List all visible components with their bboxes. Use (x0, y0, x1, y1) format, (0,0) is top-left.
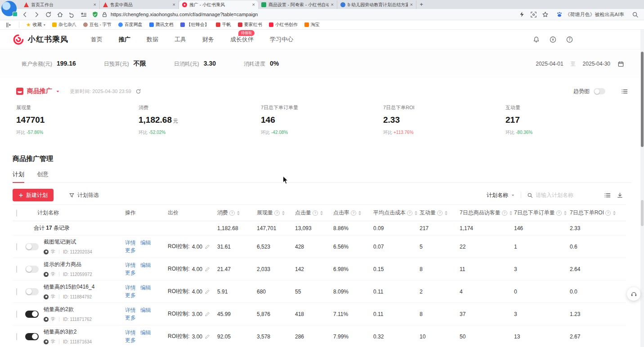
plan-edit-link[interactable]: 编辑 (140, 329, 151, 336)
edit-bid-icon[interactable] (205, 244, 210, 249)
column-header[interactable]: 平均点击成本? (373, 209, 416, 217)
help-icon[interactable]: ? (437, 210, 443, 216)
plan-edit-link[interactable]: 编辑 (140, 240, 151, 246)
row-checkbox[interactable] (16, 243, 17, 250)
balance-yen-icon[interactable]: ¥ (550, 36, 556, 43)
page-scrollbar[interactable] (640, 30, 644, 347)
help-icon[interactable]: ? (351, 210, 356, 216)
sort-icon[interactable] (237, 211, 240, 215)
plan-more-link[interactable]: 更多 (125, 292, 136, 298)
date-end[interactable]: 2025-04-30 (583, 61, 610, 67)
promo-section-title[interactable]: 商品推广 (27, 87, 52, 95)
bookmark-item[interactable]: 要家红书 (238, 22, 262, 28)
bookmark-item[interactable]: 腾讯文档 (149, 22, 174, 28)
sort-icon[interactable] (613, 211, 616, 215)
bookmark-item[interactable]: 豆包 - 字节 (83, 22, 112, 28)
date-start[interactable]: 2025-04-01 (536, 61, 563, 67)
column-header[interactable]: 7日总下单订单量? (514, 209, 566, 217)
bookmark-item[interactable]: 【狂蜂会】 (180, 22, 209, 28)
column-header[interactable]: 7日总下单ROI? (570, 209, 626, 217)
plan-edit-link[interactable]: 编辑 (140, 285, 151, 291)
url-text[interactable]: https://chengfeng.xiaohongshu.com/cf/ad/… (111, 12, 258, 17)
extension-bolt-icon[interactable] (519, 11, 525, 18)
plan-toggle[interactable] (25, 288, 39, 295)
tab-计划[interactable]: 计划 (13, 170, 24, 182)
bookmark-item[interactable]: 淘宝 (304, 22, 320, 28)
tab-close-icon[interactable]: × (331, 2, 334, 7)
sort-icon[interactable] (282, 211, 285, 215)
customer-service-button[interactable] (627, 287, 640, 301)
plan-search-box[interactable] (527, 192, 598, 198)
bookmark-item[interactable]: ★收藏▾ (26, 22, 45, 28)
bookmark-item[interactable]: 杂七杂八 (52, 22, 76, 28)
tab-close-icon[interactable]: × (94, 2, 96, 7)
plan-detail-link[interactable]: 详情 (125, 285, 136, 291)
bookmark-item[interactable]: 小红书创作 (269, 22, 298, 28)
address-bar[interactable]: https://chengfeng.xiaohongshu.com/cf/ad/… (92, 11, 514, 18)
history-icon[interactable] (68, 11, 75, 18)
plan-more-link[interactable]: 更多 (125, 247, 136, 254)
column-header[interactable]: 互动量? (420, 209, 456, 217)
search-type-dropdown[interactable]: 计划名称 (487, 191, 515, 199)
nav-item-首页[interactable]: 首页 (91, 36, 103, 44)
edit-bid-icon[interactable] (205, 267, 210, 272)
nav-item-工具[interactable]: 工具 (174, 36, 186, 44)
help-icon[interactable]: ? (274, 210, 280, 216)
row-checkbox[interactable] (16, 266, 17, 273)
notification-bell-icon[interactable] (533, 36, 540, 43)
column-header[interactable]: 点击量? (295, 209, 330, 217)
hot-search-chip[interactable]: 《荷塘月色》被检出高AI率 (556, 11, 624, 18)
plan-toggle[interactable] (25, 266, 39, 273)
help-icon[interactable]: ? (407, 210, 412, 216)
tab-close-icon[interactable]: × (410, 2, 413, 7)
favorites-icon[interactable] (80, 11, 87, 18)
sort-icon[interactable] (320, 211, 323, 215)
sort-icon[interactable] (415, 211, 417, 215)
browser-tab[interactable]: b 幼儿园劳动教育计划总结方案…× (337, 0, 416, 9)
date-range-picker[interactable]: 2025-04-01 至 2025-04-30 (536, 61, 624, 67)
plan-detail-link[interactable]: 详情 (125, 240, 136, 246)
plan-more-link[interactable]: 更多 (125, 270, 136, 276)
help-icon[interactable]: ? (556, 210, 562, 216)
nav-item-财务[interactable]: 财务 (202, 36, 214, 44)
column-header[interactable]: 展现量? (257, 209, 291, 217)
column-header[interactable]: 7日总商品访客量? (460, 209, 510, 217)
nav-item-数据[interactable]: 数据 (147, 36, 158, 44)
page-scrollbar-thumb[interactable] (641, 52, 644, 147)
plan-search-input[interactable] (536, 192, 592, 198)
table-scrollbar-thumb[interactable] (641, 200, 644, 226)
back-icon[interactable] (22, 11, 28, 18)
calendar-icon[interactable] (617, 61, 624, 67)
bookmark-star-icon[interactable] (542, 11, 549, 18)
help-icon[interactable]: ? (502, 210, 507, 216)
help-icon[interactable]: ? (566, 36, 573, 43)
column-settings-icon[interactable] (621, 88, 628, 95)
help-icon[interactable]: ? (313, 210, 318, 216)
sort-icon[interactable] (510, 211, 512, 215)
plan-edit-link[interactable]: 编辑 (140, 307, 151, 313)
edit-bid-icon[interactable] (205, 311, 210, 317)
nav-item-学习中心[interactable]: 学习中心 (270, 36, 293, 44)
bookmarks-panel-icon[interactable] (5, 22, 12, 28)
column-header[interactable]: 点击率? (333, 209, 370, 217)
nav-item-推广[interactable]: 推广 (119, 36, 130, 44)
browser-tab[interactable]: 推广 - 小红书乘风× (179, 0, 258, 9)
sort-icon[interactable] (564, 211, 567, 215)
plan-detail-link[interactable]: 详情 (125, 329, 136, 336)
forward-icon[interactable] (33, 11, 40, 18)
browser-logo-icon[interactable] (1, 1, 17, 16)
new-plan-button[interactable]: 新建计划 (13, 189, 54, 201)
tab-创意[interactable]: 创意 (37, 170, 49, 182)
edit-bid-icon[interactable] (205, 334, 210, 339)
download-icon[interactable] (617, 192, 623, 199)
tab-close-icon[interactable]: × (252, 2, 255, 7)
help-icon[interactable]: ? (229, 210, 235, 216)
plan-more-link[interactable]: 更多 (125, 337, 136, 343)
select-all-checkbox[interactable] (16, 209, 17, 217)
plan-filter-button[interactable]: 计划筛选 (69, 191, 99, 199)
app-logo[interactable]: 小红书乘风 (13, 34, 68, 45)
sort-icon[interactable] (358, 211, 361, 215)
toolbar-search-icon[interactable] (632, 11, 639, 18)
plan-more-link[interactable]: 更多 (125, 315, 136, 321)
bookmark-item[interactable]: 千帆 (216, 22, 231, 28)
